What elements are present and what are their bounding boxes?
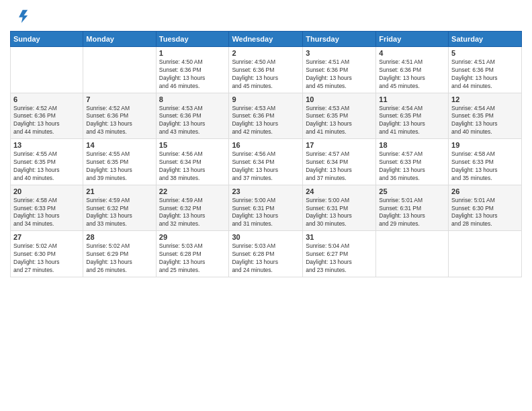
day-info: Sunrise: 5:00 AM Sunset: 6:31 PM Dayligh…	[306, 197, 373, 229]
calendar-week-row: 1Sunrise: 4:50 AM Sunset: 6:36 PM Daylig…	[11, 47, 522, 93]
day-info: Sunrise: 4:56 AM Sunset: 6:34 PM Dayligh…	[159, 150, 226, 183]
calendar-cell	[376, 231, 449, 277]
calendar-cell: 2Sunrise: 4:50 AM Sunset: 6:36 PM Daylig…	[229, 47, 303, 93]
weekday-header: Thursday	[303, 32, 376, 47]
day-info: Sunrise: 4:53 AM Sunset: 6:35 PM Dayligh…	[306, 105, 373, 137]
calendar-cell: 7Sunrise: 4:52 AM Sunset: 6:36 PM Daylig…	[83, 93, 156, 139]
calendar-cell: 5Sunrise: 4:51 AM Sunset: 6:36 PM Daylig…	[449, 47, 522, 93]
day-number: 1	[159, 49, 226, 57]
day-info: Sunrise: 4:55 AM Sunset: 6:35 PM Dayligh…	[13, 150, 80, 183]
day-info: Sunrise: 5:03 AM Sunset: 6:28 PM Dayligh…	[159, 242, 226, 275]
calendar-week-row: 13Sunrise: 4:55 AM Sunset: 6:35 PM Dayli…	[11, 139, 522, 185]
day-number: 15	[159, 141, 226, 149]
day-number: 26	[451, 187, 519, 195]
calendar-cell: 17Sunrise: 4:57 AM Sunset: 6:34 PM Dayli…	[303, 139, 376, 185]
calendar-cell: 18Sunrise: 4:57 AM Sunset: 6:33 PM Dayli…	[376, 139, 449, 185]
calendar-cell: 24Sunrise: 5:00 AM Sunset: 6:31 PM Dayli…	[303, 185, 376, 231]
day-number: 13	[13, 141, 80, 149]
day-number: 8	[159, 95, 226, 103]
day-number: 24	[306, 187, 373, 195]
logo	[10, 7, 32, 26]
weekday-header: Tuesday	[156, 32, 229, 47]
calendar-cell: 6Sunrise: 4:52 AM Sunset: 6:36 PM Daylig…	[11, 93, 83, 139]
calendar-cell: 8Sunrise: 4:53 AM Sunset: 6:36 PM Daylig…	[156, 93, 229, 139]
day-number: 18	[379, 141, 445, 149]
calendar-cell: 4Sunrise: 4:51 AM Sunset: 6:36 PM Daylig…	[376, 47, 449, 93]
day-info: Sunrise: 5:04 AM Sunset: 6:27 PM Dayligh…	[306, 242, 373, 275]
logo-icon	[10, 7, 29, 26]
calendar-cell: 1Sunrise: 4:50 AM Sunset: 6:36 PM Daylig…	[156, 47, 229, 93]
calendar-table: SundayMondayTuesdayWednesdayThursdayFrid…	[10, 31, 522, 277]
day-info: Sunrise: 4:51 AM Sunset: 6:36 PM Dayligh…	[451, 58, 519, 91]
calendar-cell: 29Sunrise: 5:03 AM Sunset: 6:28 PM Dayli…	[156, 231, 229, 277]
day-number: 3	[306, 49, 373, 57]
calendar-cell: 11Sunrise: 4:54 AM Sunset: 6:35 PM Dayli…	[376, 93, 449, 139]
calendar-cell: 28Sunrise: 5:02 AM Sunset: 6:29 PM Dayli…	[83, 231, 156, 277]
day-info: Sunrise: 4:58 AM Sunset: 6:33 PM Dayligh…	[451, 150, 519, 183]
day-info: Sunrise: 4:51 AM Sunset: 6:36 PM Dayligh…	[306, 58, 373, 91]
day-number: 20	[13, 187, 80, 195]
calendar-cell: 27Sunrise: 5:02 AM Sunset: 6:30 PM Dayli…	[11, 231, 83, 277]
day-number: 17	[306, 141, 373, 149]
day-info: Sunrise: 4:52 AM Sunset: 6:36 PM Dayligh…	[86, 105, 152, 137]
day-number: 23	[232, 187, 300, 195]
weekday-header: Saturday	[449, 32, 522, 47]
day-info: Sunrise: 4:51 AM Sunset: 6:36 PM Dayligh…	[379, 58, 445, 91]
calendar-cell: 23Sunrise: 5:00 AM Sunset: 6:31 PM Dayli…	[229, 185, 303, 231]
day-number: 28	[86, 233, 152, 241]
day-number: 4	[379, 49, 445, 57]
calendar-cell: 10Sunrise: 4:53 AM Sunset: 6:35 PM Dayli…	[303, 93, 376, 139]
day-info: Sunrise: 5:02 AM Sunset: 6:29 PM Dayligh…	[86, 242, 152, 275]
day-number: 7	[86, 95, 152, 103]
day-info: Sunrise: 4:50 AM Sunset: 6:36 PM Dayligh…	[232, 58, 300, 91]
weekday-header: Sunday	[11, 32, 83, 47]
day-info: Sunrise: 5:03 AM Sunset: 6:28 PM Dayligh…	[232, 242, 300, 275]
day-info: Sunrise: 4:59 AM Sunset: 6:32 PM Dayligh…	[159, 197, 226, 229]
calendar-cell: 3Sunrise: 4:51 AM Sunset: 6:36 PM Daylig…	[303, 47, 376, 93]
day-info: Sunrise: 4:57 AM Sunset: 6:33 PM Dayligh…	[379, 150, 445, 183]
weekday-header: Wednesday	[229, 32, 303, 47]
calendar-cell	[83, 47, 156, 93]
calendar-cell: 15Sunrise: 4:56 AM Sunset: 6:34 PM Dayli…	[156, 139, 229, 185]
day-number: 27	[13, 233, 80, 241]
calendar-cell: 30Sunrise: 5:03 AM Sunset: 6:28 PM Dayli…	[229, 231, 303, 277]
day-info: Sunrise: 5:01 AM Sunset: 6:31 PM Dayligh…	[379, 197, 445, 229]
calendar-cell: 14Sunrise: 4:55 AM Sunset: 6:35 PM Dayli…	[83, 139, 156, 185]
day-number: 6	[13, 95, 80, 103]
calendar-week-row: 27Sunrise: 5:02 AM Sunset: 6:30 PM Dayli…	[11, 231, 522, 277]
calendar-week-row: 20Sunrise: 4:58 AM Sunset: 6:33 PM Dayli…	[11, 185, 522, 231]
day-info: Sunrise: 4:53 AM Sunset: 6:36 PM Dayligh…	[159, 105, 226, 137]
calendar-cell: 21Sunrise: 4:59 AM Sunset: 6:32 PM Dayli…	[83, 185, 156, 231]
day-info: Sunrise: 4:54 AM Sunset: 6:35 PM Dayligh…	[379, 105, 445, 137]
day-number: 25	[379, 187, 445, 195]
day-number: 30	[232, 233, 300, 241]
day-number: 14	[86, 141, 152, 149]
page: SundayMondayTuesdayWednesdayThursdayFrid…	[0, 0, 532, 411]
calendar-cell	[449, 231, 522, 277]
weekday-header: Friday	[376, 32, 449, 47]
weekday-header: Monday	[83, 32, 156, 47]
calendar-cell: 9Sunrise: 4:53 AM Sunset: 6:36 PM Daylig…	[229, 93, 303, 139]
day-info: Sunrise: 5:01 AM Sunset: 6:30 PM Dayligh…	[451, 197, 519, 229]
day-info: Sunrise: 4:53 AM Sunset: 6:36 PM Dayligh…	[232, 105, 300, 137]
calendar-cell: 13Sunrise: 4:55 AM Sunset: 6:35 PM Dayli…	[11, 139, 83, 185]
day-info: Sunrise: 5:00 AM Sunset: 6:31 PM Dayligh…	[232, 197, 300, 229]
calendar-week-row: 6Sunrise: 4:52 AM Sunset: 6:36 PM Daylig…	[11, 93, 522, 139]
day-number: 31	[306, 233, 373, 241]
calendar-cell: 16Sunrise: 4:56 AM Sunset: 6:34 PM Dayli…	[229, 139, 303, 185]
day-info: Sunrise: 4:58 AM Sunset: 6:33 PM Dayligh…	[13, 197, 80, 229]
calendar-header-row: SundayMondayTuesdayWednesdayThursdayFrid…	[11, 32, 522, 47]
day-number: 11	[379, 95, 445, 103]
calendar-cell: 12Sunrise: 4:54 AM Sunset: 6:35 PM Dayli…	[449, 93, 522, 139]
svg-marker-0	[19, 10, 28, 24]
day-number: 19	[451, 141, 519, 149]
day-number: 29	[159, 233, 226, 241]
day-number: 12	[451, 95, 519, 103]
day-number: 22	[159, 187, 226, 195]
day-number: 5	[451, 49, 519, 57]
day-info: Sunrise: 4:50 AM Sunset: 6:36 PM Dayligh…	[159, 58, 226, 91]
calendar-cell: 19Sunrise: 4:58 AM Sunset: 6:33 PM Dayli…	[449, 139, 522, 185]
day-info: Sunrise: 5:02 AM Sunset: 6:30 PM Dayligh…	[13, 242, 80, 275]
calendar-cell	[11, 47, 83, 93]
day-info: Sunrise: 4:57 AM Sunset: 6:34 PM Dayligh…	[306, 150, 373, 183]
